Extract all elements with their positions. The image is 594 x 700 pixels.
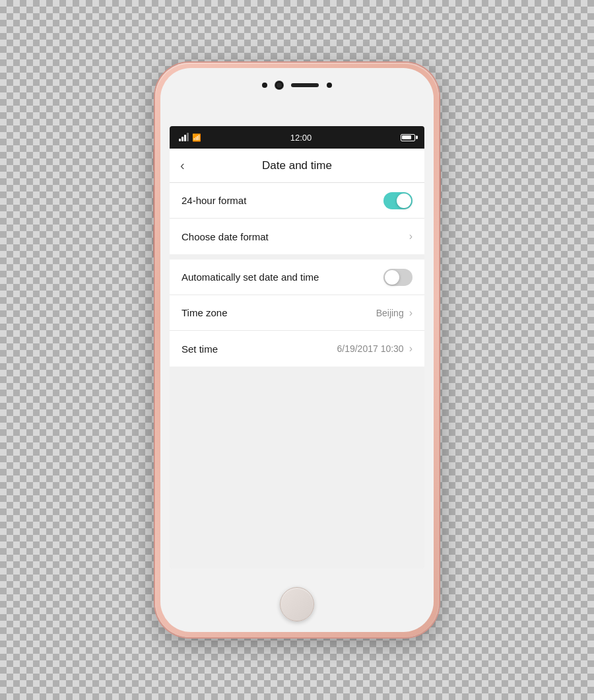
status-right bbox=[401, 134, 415, 141]
battery-icon bbox=[401, 134, 415, 141]
page-title: Date and time bbox=[262, 159, 332, 172]
choose-date-format-row[interactable]: Choose date format › bbox=[170, 219, 424, 254]
sensor-icon bbox=[327, 83, 332, 88]
toggle-thumb-24hour bbox=[397, 193, 411, 208]
set-time-right: 6/19/2017 10:30 › bbox=[337, 343, 412, 355]
phone-inner: 📶 12:00 ‹ Date and time bbox=[160, 68, 434, 632]
empty-area bbox=[170, 372, 424, 569]
set-time-row[interactable]: Set time 6/19/2017 10:30 › bbox=[170, 331, 424, 367]
toggle-thumb-auto bbox=[385, 270, 399, 285]
speaker-icon bbox=[291, 83, 319, 87]
timezone-right: Beijing › bbox=[376, 307, 412, 319]
set-time-label: Set time bbox=[182, 343, 218, 355]
timezone-label: Time zone bbox=[182, 307, 227, 318]
phone: 📶 12:00 ‹ Date and time bbox=[155, 63, 439, 637]
timezone-chevron-icon: › bbox=[409, 307, 412, 319]
settings-list: 24-hour format Choose date format bbox=[170, 183, 424, 569]
24hour-format-toggle-container bbox=[383, 192, 412, 209]
auto-datetime-toggle-container bbox=[383, 269, 412, 286]
nav-bar: ‹ Date and time bbox=[170, 149, 424, 183]
wifi-icon: 📶 bbox=[192, 133, 201, 142]
status-time: 12:00 bbox=[290, 133, 312, 143]
timezone-value: Beijing bbox=[376, 308, 404, 318]
auto-datetime-toggle[interactable] bbox=[383, 269, 412, 286]
front-camera-icon bbox=[262, 83, 267, 88]
status-left: 📶 bbox=[179, 133, 201, 142]
section-auto-time: Automatically set date and time Time zon… bbox=[170, 260, 424, 367]
signal-icon bbox=[179, 133, 189, 141]
camera-lens-icon bbox=[275, 81, 283, 89]
auto-datetime-row[interactable]: Automatically set date and time bbox=[170, 260, 424, 295]
24hour-format-toggle[interactable] bbox=[383, 192, 412, 209]
toggle-track-24hour bbox=[383, 192, 412, 209]
camera-area bbox=[262, 81, 332, 89]
status-bar: 📶 12:00 bbox=[170, 126, 424, 149]
back-button[interactable]: ‹ bbox=[180, 155, 190, 176]
timezone-row[interactable]: Time zone Beijing › bbox=[170, 295, 424, 331]
choose-date-format-right: › bbox=[408, 230, 412, 242]
chevron-icon: › bbox=[409, 230, 412, 242]
24hour-format-row[interactable]: 24-hour format bbox=[170, 183, 424, 219]
set-time-value: 6/19/2017 10:30 bbox=[337, 343, 403, 354]
auto-datetime-label: Automatically set date and time bbox=[182, 271, 319, 283]
home-button[interactable] bbox=[280, 587, 314, 621]
toggle-track-auto bbox=[383, 269, 412, 286]
phone-screen: 📶 12:00 ‹ Date and time bbox=[170, 126, 424, 569]
set-time-chevron-icon: › bbox=[409, 343, 412, 355]
24hour-format-label: 24-hour format bbox=[182, 195, 246, 206]
choose-date-format-label: Choose date format bbox=[182, 231, 269, 242]
section-time-format: 24-hour format Choose date format bbox=[170, 183, 424, 254]
